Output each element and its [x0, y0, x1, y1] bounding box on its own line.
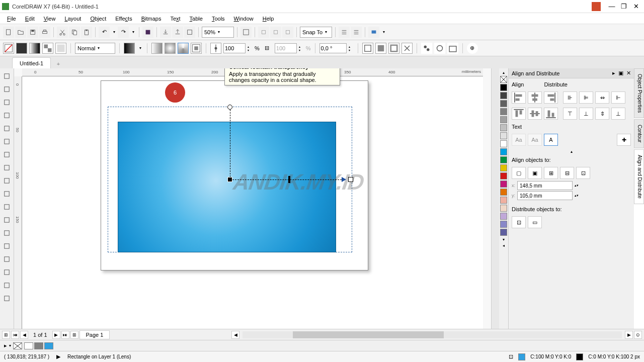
- options2-button[interactable]: [351, 27, 362, 38]
- palette-expand[interactable]: ◂: [503, 242, 505, 248]
- copy-transparency-button[interactable]: [421, 43, 432, 54]
- palette-up[interactable]: ▴: [503, 69, 505, 75]
- options-button[interactable]: [339, 27, 350, 38]
- transparency-picker-button[interactable]: [124, 43, 135, 54]
- menu-object[interactable]: Object: [86, 15, 110, 23]
- play-icon[interactable]: ▶: [56, 353, 60, 360]
- node-position-button[interactable]: [210, 43, 221, 54]
- dist-right-button[interactable]: ⊩: [611, 92, 625, 104]
- docker-tab-object-properties[interactable]: Object Properties: [634, 68, 644, 118]
- color-swatch[interactable]: [500, 116, 507, 123]
- menu-edit[interactable]: Edit: [21, 15, 39, 23]
- menu-layout[interactable]: Layout: [60, 15, 85, 23]
- minimize-button[interactable]: —: [606, 2, 618, 12]
- parallel-tool[interactable]: [1, 201, 13, 213]
- color-swatch[interactable]: [500, 124, 507, 131]
- align-center-v-button[interactable]: [528, 108, 542, 120]
- cut-button[interactable]: [57, 27, 68, 38]
- hscrollbar[interactable]: [243, 331, 622, 338]
- no-transparency-button[interactable]: [3, 43, 14, 54]
- apply-fill-button[interactable]: [375, 43, 386, 54]
- save-button[interactable]: [27, 27, 38, 38]
- launch-dropdown[interactable]: ▾: [381, 30, 386, 34]
- hscroll-right[interactable]: ▶: [625, 331, 633, 339]
- palette-dropdown[interactable]: ▾: [9, 343, 11, 348]
- last-page-button[interactable]: ⏭: [61, 331, 69, 339]
- copy-button[interactable]: [69, 27, 80, 38]
- align-point-button[interactable]: ⊡: [576, 167, 590, 179]
- launch-button[interactable]: [368, 27, 379, 38]
- export-button[interactable]: [172, 27, 183, 38]
- show-rulers-button[interactable]: [258, 27, 269, 38]
- end-arrow[interactable]: [342, 177, 346, 182]
- show-grid-button[interactable]: [270, 27, 281, 38]
- doc-color-swatch[interactable]: [24, 342, 33, 349]
- color-swatch[interactable]: [500, 221, 507, 228]
- color-proof-icon[interactable]: ⊡: [509, 353, 513, 360]
- fill-tool[interactable]: [1, 279, 13, 291]
- notification-icon[interactable]: [592, 2, 601, 11]
- zoom-combo[interactable]: 50%▾: [202, 27, 234, 38]
- new-tab-button[interactable]: +: [54, 59, 63, 68]
- transparency-picker-dropdown[interactable]: ▾: [138, 46, 143, 50]
- rotation-handle[interactable]: [227, 105, 232, 110]
- rectangle-tool[interactable]: [1, 148, 13, 160]
- polygon-tool[interactable]: [1, 174, 13, 187]
- color-swatch[interactable]: [500, 164, 507, 171]
- y-input[interactable]: [517, 191, 573, 200]
- align-page-center-button[interactable]: ⊞: [544, 167, 558, 179]
- align-bottom-button[interactable]: [544, 108, 558, 120]
- doc-color-swatch[interactable]: [44, 342, 53, 349]
- opacity-input[interactable]: [223, 43, 246, 53]
- page-tab[interactable]: Page 1: [79, 330, 110, 339]
- zoom-tool[interactable]: [1, 109, 13, 121]
- undo-dropdown[interactable]: ▾: [112, 30, 117, 34]
- apply-outline-button[interactable]: [388, 43, 399, 54]
- add-page-button[interactable]: ⊞: [2, 331, 10, 339]
- search-button[interactable]: [142, 27, 153, 38]
- color-swatch[interactable]: [500, 148, 507, 155]
- eyedropper-tool[interactable]: [1, 253, 13, 265]
- shape-tool[interactable]: [1, 83, 13, 95]
- artistic-tool[interactable]: [1, 135, 13, 147]
- pattern-transparency-button[interactable]: [42, 43, 53, 54]
- menu-text[interactable]: Text: [166, 15, 184, 23]
- color-swatch[interactable]: [500, 100, 507, 107]
- end-handle[interactable]: [348, 177, 353, 182]
- show-guides-button[interactable]: [282, 27, 293, 38]
- import-button[interactable]: [160, 27, 171, 38]
- dist-bottom-button[interactable]: ⊥: [611, 108, 625, 120]
- color-swatch[interactable]: [500, 84, 507, 91]
- color-swatch[interactable]: [500, 108, 507, 115]
- apply-all-button[interactable]: [401, 43, 413, 54]
- dist-top-button[interactable]: ⊤: [563, 108, 577, 120]
- open-button[interactable]: [15, 27, 26, 38]
- dropshadow-tool[interactable]: [1, 227, 13, 239]
- menu-tools[interactable]: Tools: [208, 15, 229, 23]
- snap-combo[interactable]: Snap To▾: [300, 27, 332, 38]
- menu-view[interactable]: View: [40, 15, 60, 23]
- add-page-after-button[interactable]: ⊞: [70, 331, 78, 339]
- align-center-h-button[interactable]: [528, 92, 542, 104]
- panel-header[interactable]: Align and Distribute ▸ ▣ ✕: [509, 68, 634, 78]
- align-left-button[interactable]: [512, 92, 526, 104]
- collapse-arrow[interactable]: ▴: [571, 149, 573, 154]
- texture-transparency-button[interactable]: [55, 43, 66, 54]
- color-swatch[interactable]: [500, 156, 507, 163]
- align-active-button[interactable]: ▢: [512, 167, 526, 179]
- center-handle[interactable]: [227, 177, 232, 182]
- undo-button[interactable]: ↶: [99, 27, 110, 38]
- rectangular-fountain-button[interactable]: [191, 43, 202, 54]
- scrollbar-vertical[interactable]: [491, 68, 499, 329]
- redo-dropdown[interactable]: ▾: [131, 30, 136, 34]
- no-fill-swatch[interactable]: [500, 76, 507, 83]
- crop-tool[interactable]: [1, 96, 13, 108]
- dist-left-button[interactable]: ⊪: [563, 92, 577, 104]
- menu-file[interactable]: File: [3, 15, 20, 23]
- align-right-button[interactable]: [544, 92, 558, 104]
- color-swatch[interactable]: [500, 132, 507, 139]
- midpoint-input[interactable]: [275, 43, 297, 53]
- no-color-swatch[interactable]: [13, 342, 22, 349]
- outline-tool[interactable]: [1, 266, 13, 278]
- palette-menu[interactable]: ▸: [4, 342, 7, 349]
